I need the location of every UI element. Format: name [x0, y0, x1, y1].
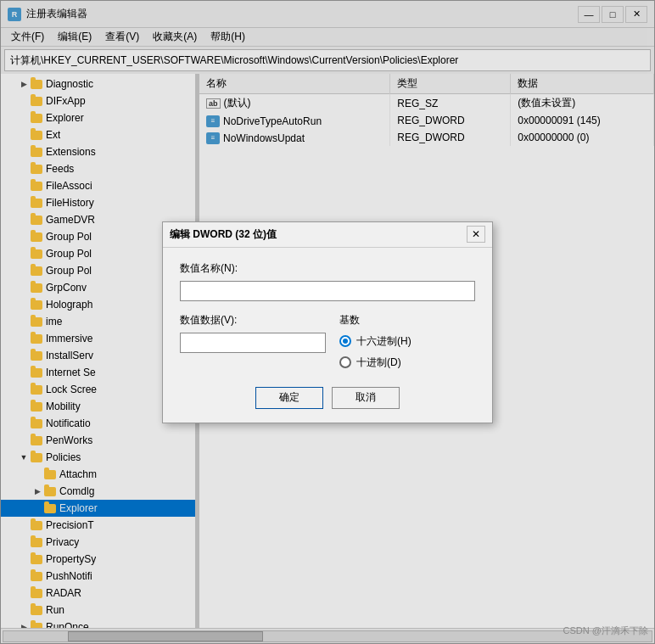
dialog-title: 编辑 DWORD (32 位)值	[170, 227, 467, 242]
base-label: 基数	[339, 313, 475, 328]
name-input[interactable]	[180, 281, 475, 301]
name-label: 数值名称(N):	[180, 261, 475, 276]
value-input[interactable]	[180, 333, 326, 353]
ok-button[interactable]: 确定	[255, 387, 323, 409]
dialog-buttons: 确定 取消	[180, 387, 475, 409]
radio-hex-circle	[339, 335, 351, 347]
radio-group: 十六进制(H) 十进制(D)	[339, 334, 475, 370]
watermark: CSDN @汗滴禾下除	[563, 624, 648, 637]
dialog-overlay: 编辑 DWORD (32 位)值 ✕ 数值名称(N): 数值数据(V): 基数	[0, 0, 655, 644]
value-section: 数值数据(V):	[180, 313, 326, 353]
cancel-button[interactable]: 取消	[332, 387, 400, 409]
radio-dec-circle	[339, 356, 351, 368]
dialog-title-bar: 编辑 DWORD (32 位)值 ✕	[163, 222, 492, 248]
radio-hex[interactable]: 十六进制(H)	[339, 334, 475, 349]
base-section: 基数 十六进制(H) 十进制(D)	[339, 313, 475, 370]
radio-dec[interactable]: 十进制(D)	[339, 356, 475, 370]
dialog-content: 数值名称(N): 数值数据(V): 基数 十六进制(H)	[163, 248, 492, 423]
radio-dec-label: 十进制(D)	[356, 356, 401, 370]
dialog-close-button[interactable]: ✕	[467, 226, 485, 243]
dialog-row: 数值数据(V): 基数 十六进制(H) 十进	[180, 313, 475, 370]
value-label: 数值数据(V):	[180, 313, 326, 328]
edit-dword-dialog: 编辑 DWORD (32 位)值 ✕ 数值名称(N): 数值数据(V): 基数	[162, 221, 493, 423]
radio-hex-label: 十六进制(H)	[356, 334, 411, 349]
